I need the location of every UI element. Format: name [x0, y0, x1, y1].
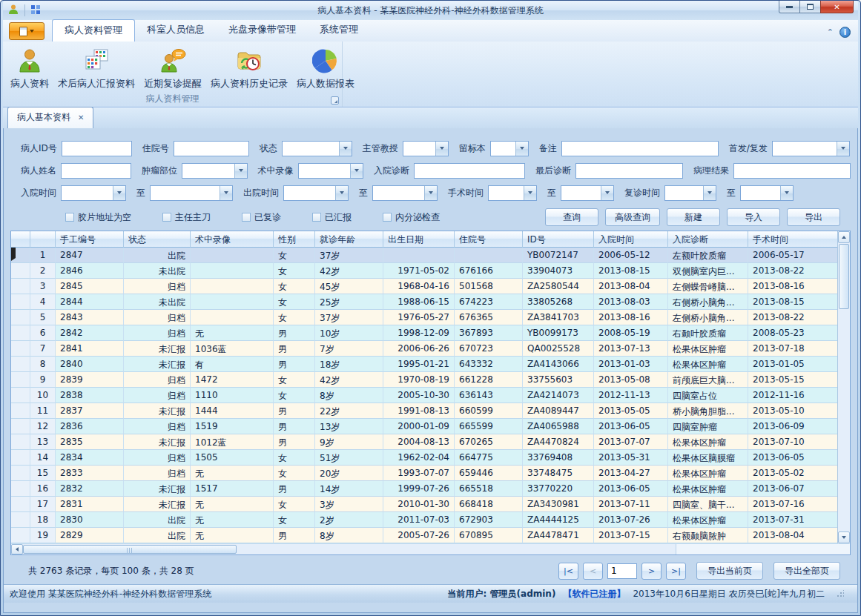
- filter-checkbox[interactable]: 已汇报: [312, 211, 352, 224]
- scroll-down-icon[interactable]: [838, 531, 850, 543]
- dropdown-arrow-icon[interactable]: [424, 186, 437, 200]
- vertical-scroll-thumb[interactable]: [839, 244, 849, 309]
- filter-checkbox[interactable]: 已复诊: [242, 211, 281, 224]
- last-page-button[interactable]: >|: [666, 563, 686, 580]
- ribbon-button[interactable]: 病人数据报表: [292, 44, 359, 93]
- search-combo[interactable]: [61, 185, 126, 201]
- table-row[interactable]: 182830出院无女2岁2011-07-03672903ZA4444125201…: [11, 512, 837, 528]
- ribbon-button[interactable]: 近期复诊提醒: [139, 44, 206, 93]
- column-header[interactable]: 出生日期: [383, 231, 455, 248]
- table-row[interactable]: 32845归档女45岁1968-04-16501568ZA25805442013…: [11, 279, 837, 294]
- ribbon-button[interactable]: 病人资料: [6, 44, 53, 93]
- table-row[interactable]: 112837未汇报1444男22岁1991-08-13660599ZA40894…: [11, 403, 837, 419]
- search-combo[interactable]: [403, 141, 449, 156]
- filter-checkbox[interactable]: 主任主刀: [162, 211, 211, 224]
- action-button[interactable]: 导出: [787, 208, 840, 226]
- table-row[interactable]: 82840未汇报有男18岁1995-01-21643332ZA414306620…: [11, 357, 837, 372]
- search-combo[interactable]: [283, 185, 349, 201]
- vertical-scroll-track[interactable]: [838, 310, 850, 531]
- search-input[interactable]: [733, 163, 851, 179]
- dropdown-arrow-icon[interactable]: [113, 186, 125, 200]
- dropdown-arrow-icon[interactable]: [335, 186, 348, 200]
- table-row[interactable]: 42844未出院女25岁1988-06-15674223338052682013…: [11, 294, 837, 310]
- table-row[interactable]: 52843归档女37岁1976-05-27676365ZA38417032013…: [11, 310, 837, 325]
- search-combo[interactable]: [298, 163, 364, 179]
- table-row[interactable]: 22846未出院女42岁1971-05-02676166339040732013…: [11, 263, 837, 279]
- column-header[interactable]: 入院诊断: [668, 231, 748, 248]
- table-row[interactable]: 172831未汇报无女3岁2010-01-30668418ZA343098120…: [11, 497, 837, 512]
- dropdown-arrow-icon[interactable]: [524, 186, 536, 200]
- search-input[interactable]: [575, 163, 683, 179]
- table-row[interactable]: 62842归档无男10岁1998-12-09367893YB0099173200…: [11, 325, 837, 341]
- search-combo[interactable]: [150, 185, 233, 201]
- tab-close-icon[interactable]: ✕: [78, 113, 84, 122]
- scroll-left-icon[interactable]: [11, 544, 23, 554]
- column-header[interactable]: [30, 231, 56, 248]
- horizontal-scrollbar[interactable]: [11, 543, 850, 554]
- ribbon-button[interactable]: 病人资料历史记录: [206, 44, 292, 93]
- column-header[interactable]: 就诊年龄: [315, 231, 383, 248]
- action-button[interactable]: 新建: [667, 208, 720, 226]
- table-row[interactable]: 92839归档1472女42岁1970-08-19661228337556032…: [11, 372, 837, 388]
- search-combo[interactable]: [664, 185, 716, 201]
- export-current-page-button[interactable]: 导出当前页: [696, 562, 763, 580]
- table-row[interactable]: 162832未汇报1517男14岁1999-07-266655183377022…: [11, 481, 837, 497]
- search-combo[interactable]: [488, 185, 537, 201]
- maximize-button[interactable]: [800, 1, 820, 13]
- action-button[interactable]: 高级查询: [605, 208, 660, 226]
- table-row[interactable]: 72841未汇报1036蓝男7岁2006-06-26670723QA002552…: [11, 341, 837, 357]
- column-header[interactable]: 性别: [274, 231, 315, 248]
- dropdown-arrow-icon[interactable]: [339, 142, 352, 156]
- close-button[interactable]: ✕: [820, 1, 854, 13]
- horizontal-scroll-track[interactable]: [11, 544, 676, 554]
- search-combo[interactable]: [182, 163, 248, 179]
- next-page-button[interactable]: >: [641, 563, 662, 580]
- ribbon-tab[interactable]: 光盘录像带管理: [217, 19, 308, 42]
- table-row[interactable]: 122836归档1519男13岁2000-01-09665599ZA406598…: [11, 419, 837, 434]
- scroll-up-icon[interactable]: [838, 231, 850, 243]
- column-header[interactable]: [11, 231, 30, 248]
- search-combo[interactable]: [561, 185, 614, 201]
- filter-checkbox[interactable]: 胶片地址为空: [65, 211, 131, 224]
- table-row[interactable]: 132835未汇报1012蓝男9岁2004-08-13670265ZA44708…: [11, 434, 837, 450]
- vertical-scrollbar[interactable]: [837, 231, 850, 543]
- column-header[interactable]: 住院号: [455, 231, 523, 248]
- app-logo-person-icon[interactable]: [7, 4, 19, 18]
- first-page-button[interactable]: |<: [558, 563, 578, 580]
- column-header[interactable]: 术中录像: [191, 231, 274, 248]
- dropdown-arrow-icon[interactable]: [780, 186, 793, 200]
- ribbon-tab[interactable]: 科室人员信息: [135, 19, 217, 42]
- dropdown-arrow-icon[interactable]: [515, 142, 528, 156]
- app-menu-button[interactable]: [9, 22, 44, 40]
- dropdown-arrow-icon[interactable]: [234, 164, 247, 178]
- dialog-launcher-icon[interactable]: [331, 96, 339, 105]
- search-input[interactable]: [561, 141, 719, 156]
- page-number-input[interactable]: [607, 563, 637, 579]
- table-row[interactable]: 192829出院无男8岁2005-07-26670895ZA4478471201…: [11, 528, 837, 543]
- export-all-pages-button[interactable]: 导出全部页: [773, 562, 840, 580]
- dropdown-arrow-icon[interactable]: [837, 142, 849, 156]
- registration-status-link[interactable]: 【软件已注册】: [563, 588, 625, 600]
- table-row[interactable]: 142834归档1505女51岁1962-02-0466477533769408…: [11, 450, 837, 466]
- table-row[interactable]: 102838归档1110女8岁2005-10-30636143ZA4214073…: [11, 388, 837, 403]
- column-header[interactable]: 状态: [124, 231, 191, 248]
- table-row[interactable]: 12847出院女37岁YB00721472006-05-12左额叶胶质瘤2006…: [11, 248, 837, 263]
- table-row[interactable]: 152833归档无女20岁1993-07-0765944633748475201…: [11, 466, 837, 481]
- search-combo[interactable]: [490, 141, 529, 156]
- ribbon-button[interactable]: 术后病人汇报资料: [53, 44, 139, 93]
- dropdown-arrow-icon[interactable]: [601, 186, 613, 200]
- filter-checkbox[interactable]: 内分泌检查: [383, 211, 440, 224]
- tab-patient-basic-info[interactable]: 病人基本资料 ✕: [7, 107, 93, 128]
- dropdown-arrow-icon[interactable]: [435, 142, 448, 156]
- resize-grip-icon[interactable]: [837, 590, 844, 597]
- search-combo[interactable]: [372, 185, 438, 201]
- dropdown-arrow-icon[interactable]: [220, 186, 232, 200]
- horizontal-scroll-thumb[interactable]: [23, 545, 237, 554]
- dropdown-arrow-icon[interactable]: [350, 164, 363, 178]
- column-header[interactable]: ID号: [523, 231, 594, 248]
- minimize-button[interactable]: [779, 1, 800, 13]
- search-combo[interactable]: [282, 141, 352, 156]
- prev-page-button[interactable]: <: [583, 563, 603, 580]
- action-button[interactable]: 查询: [545, 208, 598, 226]
- collapse-ribbon-icon[interactable]: ⌃: [827, 27, 834, 37]
